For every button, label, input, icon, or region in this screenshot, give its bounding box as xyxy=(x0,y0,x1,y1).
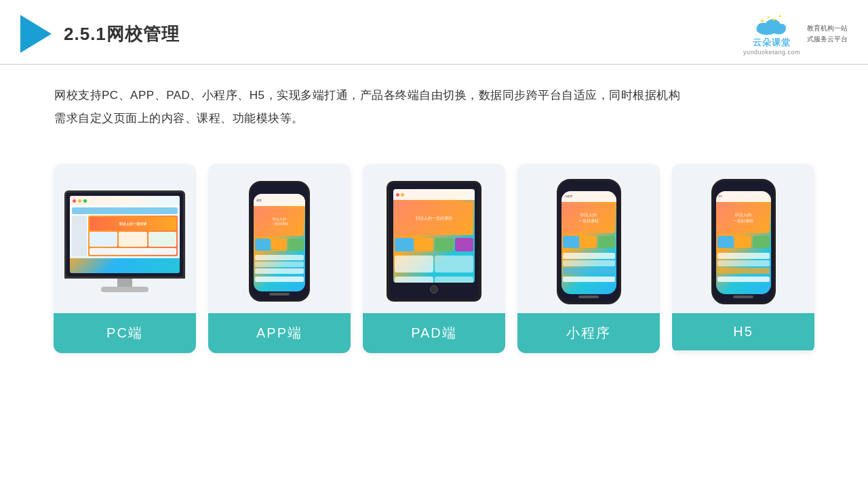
card-miniprogram-image: 小程序 职达人的一堂好课程 xyxy=(517,164,660,313)
phone-mockup-h5: H5 职达人的一堂好课程 xyxy=(711,179,776,304)
card-pc: 职达人的一堂好课 xyxy=(54,164,196,353)
page-header: 2.5.1网校管理 云朵课堂 yunduoketang.com 教育机构一站 xyxy=(0,0,868,65)
svg-point-4 xyxy=(761,20,763,22)
brand-name: 云朵课堂 yunduoketang.com xyxy=(743,37,800,56)
description-block: 网校支持PC、APP、PAD、小程序、H5，实现多端打通，产品各终端自由切换，数… xyxy=(0,65,868,137)
cloud-icon xyxy=(754,12,789,37)
card-h5-image: H5 职达人的一堂好课程 xyxy=(672,164,814,313)
header-left: 2.5.1网校管理 xyxy=(20,15,180,53)
card-app-image: 课堂 职达人的一堂好课程 xyxy=(208,164,351,313)
svg-point-7 xyxy=(779,16,781,18)
card-pad-image: 职达人的一堂好课程 xyxy=(363,164,505,313)
brand-tagline: 教育机构一站 式服务云平台 xyxy=(807,23,848,45)
page-title: 2.5.1网校管理 xyxy=(64,22,180,46)
brand-logo: 云朵课堂 yunduoketang.com xyxy=(743,12,800,56)
description-line1: 网校支持PC、APP、PAD、小程序、H5，实现多端打通，产品各终端自由切换，数… xyxy=(54,84,814,107)
card-miniprogram-label: 小程序 xyxy=(517,313,660,353)
phone-mockup-mini: 小程序 职达人的一堂好课程 xyxy=(557,179,621,304)
description-line2: 需求自定义页面上的内容、课程、功能模块等。 xyxy=(54,107,814,130)
card-h5: H5 职达人的一堂好课程 xyxy=(672,164,814,353)
phone-mockup-app: 课堂 职达人的一堂好课程 xyxy=(249,181,310,302)
card-miniprogram: 小程序 职达人的一堂好课程 xyxy=(517,164,660,353)
card-pc-image: 职达人的一堂好课 xyxy=(54,164,196,313)
card-app-label: APP端 xyxy=(208,313,351,353)
logo-triangle-icon xyxy=(20,15,52,53)
pc-mockup: 职达人的一堂好课 xyxy=(64,190,186,292)
card-pad: 职达人的一堂好课程 xyxy=(363,164,505,353)
header-right: 云朵课堂 yunduoketang.com 教育机构一站 式服务云平台 xyxy=(743,12,848,56)
device-cards-container: 职达人的一堂好课 xyxy=(0,144,868,373)
svg-point-5 xyxy=(767,16,769,18)
card-pad-label: PAD端 xyxy=(363,313,505,353)
card-app: 课堂 职达人的一堂好课程 xyxy=(208,164,351,353)
card-h5-label: H5 xyxy=(672,313,814,350)
card-pc-label: PC端 xyxy=(54,313,196,353)
tablet-mockup: 职达人的一堂好课程 xyxy=(387,181,481,302)
svg-point-6 xyxy=(773,18,775,20)
